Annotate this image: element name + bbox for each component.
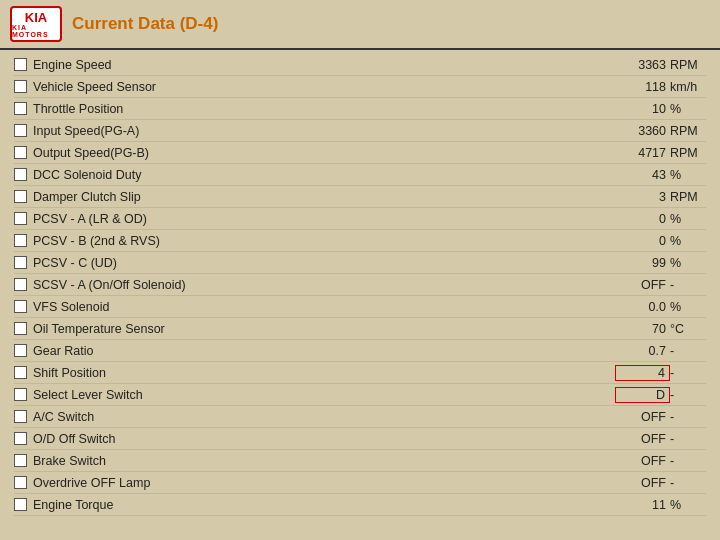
row-unit: °C	[670, 322, 706, 336]
row-unit: %	[670, 256, 706, 270]
row-value: 3363	[615, 58, 670, 72]
row-value: 70	[615, 322, 670, 336]
table-row: A/C SwitchOFF-	[14, 406, 706, 428]
table-row: DCC Solenoid Duty43%	[14, 164, 706, 186]
row-checkbox[interactable]	[14, 322, 27, 335]
row-unit: -	[670, 366, 706, 380]
row-unit: %	[670, 168, 706, 182]
row-label: Engine Speed	[33, 58, 615, 72]
kia-logo-text: KIA	[25, 11, 47, 24]
row-unit: %	[670, 498, 706, 512]
row-label: Gear Ratio	[33, 344, 615, 358]
table-row: Engine Torque11%	[14, 494, 706, 516]
row-unit: %	[670, 102, 706, 116]
row-unit: %	[670, 234, 706, 248]
row-value: OFF	[615, 476, 670, 490]
row-value: D	[615, 387, 670, 403]
row-label: VFS Solenoid	[33, 300, 615, 314]
row-label: Overdrive OFF Lamp	[33, 476, 615, 490]
row-checkbox[interactable]	[14, 476, 27, 489]
row-unit: -	[670, 410, 706, 424]
table-row: SCSV - A (On/Off Solenoid)OFF-	[14, 274, 706, 296]
row-checkbox[interactable]	[14, 124, 27, 137]
row-label: Output Speed(PG-B)	[33, 146, 615, 160]
row-unit: RPM	[670, 146, 706, 160]
row-value: 4717	[615, 146, 670, 160]
row-checkbox[interactable]	[14, 80, 27, 93]
row-label: Oil Temperature Sensor	[33, 322, 615, 336]
row-unit: %	[670, 212, 706, 226]
row-checkbox[interactable]	[14, 410, 27, 423]
row-checkbox[interactable]	[14, 432, 27, 445]
row-checkbox[interactable]	[14, 278, 27, 291]
table-row: Output Speed(PG-B)4717RPM	[14, 142, 706, 164]
table-row: Throttle Position10%	[14, 98, 706, 120]
table-row: O/D Off SwitchOFF-	[14, 428, 706, 450]
kia-motors-label: KIA MOTORS	[12, 24, 60, 38]
row-checkbox[interactable]	[14, 168, 27, 181]
row-value: 11	[615, 498, 670, 512]
table-row: Overdrive OFF LampOFF-	[14, 472, 706, 494]
row-value: 99	[615, 256, 670, 270]
table-row: Oil Temperature Sensor70°C	[14, 318, 706, 340]
row-unit: -	[670, 432, 706, 446]
row-checkbox[interactable]	[14, 300, 27, 313]
row-value: 43	[615, 168, 670, 182]
row-value: 0	[615, 212, 670, 226]
table-row: Select Lever SwitchD-	[14, 384, 706, 406]
page-title: Current Data (D-4)	[72, 14, 218, 34]
row-checkbox[interactable]	[14, 146, 27, 159]
row-unit: -	[670, 278, 706, 292]
row-checkbox[interactable]	[14, 344, 27, 357]
row-value: OFF	[615, 410, 670, 424]
table-row: Damper Clutch Slip3RPM	[14, 186, 706, 208]
row-value: 10	[615, 102, 670, 116]
row-label: PCSV - C (UD)	[33, 256, 615, 270]
row-unit: -	[670, 344, 706, 358]
row-unit: km/h	[670, 80, 706, 94]
row-value: 0	[615, 234, 670, 248]
row-label: PCSV - B (2nd & RVS)	[33, 234, 615, 248]
row-value: 4	[615, 365, 670, 381]
row-unit: RPM	[670, 190, 706, 204]
row-value: OFF	[615, 454, 670, 468]
row-label: Vehicle Speed Sensor	[33, 80, 615, 94]
row-checkbox[interactable]	[14, 498, 27, 511]
row-checkbox[interactable]	[14, 388, 27, 401]
row-label: O/D Off Switch	[33, 432, 615, 446]
table-row: PCSV - A (LR & OD)0%	[14, 208, 706, 230]
row-label: Throttle Position	[33, 102, 615, 116]
row-checkbox[interactable]	[14, 454, 27, 467]
row-label: Input Speed(PG-A)	[33, 124, 615, 138]
row-value: 0.7	[615, 344, 670, 358]
row-value: OFF	[615, 278, 670, 292]
table-row: Input Speed(PG-A)3360RPM	[14, 120, 706, 142]
row-checkbox[interactable]	[14, 234, 27, 247]
row-checkbox[interactable]	[14, 58, 27, 71]
row-checkbox[interactable]	[14, 212, 27, 225]
table-row: Shift Position4-	[14, 362, 706, 384]
row-label: SCSV - A (On/Off Solenoid)	[33, 278, 615, 292]
row-unit: RPM	[670, 58, 706, 72]
table-row: Vehicle Speed Sensor118km/h	[14, 76, 706, 98]
row-label: Brake Switch	[33, 454, 615, 468]
row-value: OFF	[615, 432, 670, 446]
row-unit: -	[670, 454, 706, 468]
table-row: PCSV - B (2nd & RVS)0%	[14, 230, 706, 252]
header: KIA KIA MOTORS Current Data (D-4)	[0, 0, 720, 50]
row-checkbox[interactable]	[14, 256, 27, 269]
row-checkbox[interactable]	[14, 190, 27, 203]
kia-logo: KIA KIA MOTORS	[10, 6, 62, 42]
row-value: 3360	[615, 124, 670, 138]
row-label: Damper Clutch Slip	[33, 190, 615, 204]
data-table: Engine Speed3363RPMVehicle Speed Sensor1…	[0, 50, 720, 520]
row-checkbox[interactable]	[14, 366, 27, 379]
row-checkbox[interactable]	[14, 102, 27, 115]
row-value: 3	[615, 190, 670, 204]
row-label: DCC Solenoid Duty	[33, 168, 615, 182]
row-label: Engine Torque	[33, 498, 615, 512]
table-row: Gear Ratio0.7-	[14, 340, 706, 362]
table-row: Engine Speed3363RPM	[14, 54, 706, 76]
row-label: PCSV - A (LR & OD)	[33, 212, 615, 226]
row-value: 0.0	[615, 300, 670, 314]
